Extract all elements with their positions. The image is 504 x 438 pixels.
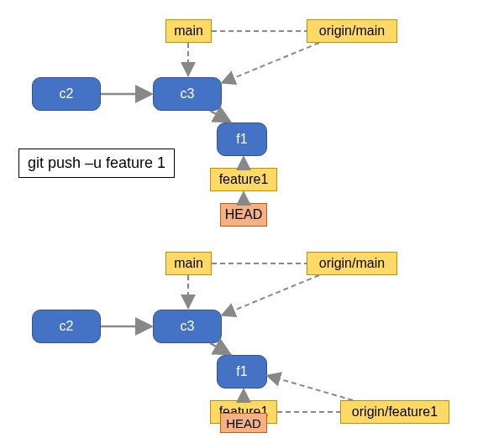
svg-line-3: [223, 43, 319, 82]
branch-main-bottom: main: [165, 252, 212, 275]
git-command: git push –u feature 1: [18, 149, 175, 178]
branch-feature1-top: feature1: [210, 168, 277, 191]
branch-main-top: main: [165, 19, 212, 43]
commit-c3-bottom: c3: [153, 310, 222, 343]
arrows-top: [0, 0, 504, 235]
remote-origin-main-top: origin/main: [307, 19, 397, 43]
commit-c2-top: c2: [32, 77, 101, 111]
svg-line-11: [210, 343, 228, 353]
svg-line-4: [210, 111, 228, 121]
remote-origin-feature1-bottom: origin/feature1: [340, 400, 449, 424]
head-top: HEAD: [220, 203, 267, 227]
commit-f1-top: f1: [217, 123, 267, 156]
commit-f1-bottom: f1: [217, 355, 267, 388]
svg-line-14: [269, 376, 353, 400]
commit-c2-bottom: c2: [32, 310, 101, 343]
commit-c3-top: c3: [153, 77, 222, 111]
remote-origin-main-bottom: origin/main: [307, 252, 397, 275]
head-bottom: HEAD: [220, 413, 267, 433]
svg-line-10: [223, 275, 319, 315]
